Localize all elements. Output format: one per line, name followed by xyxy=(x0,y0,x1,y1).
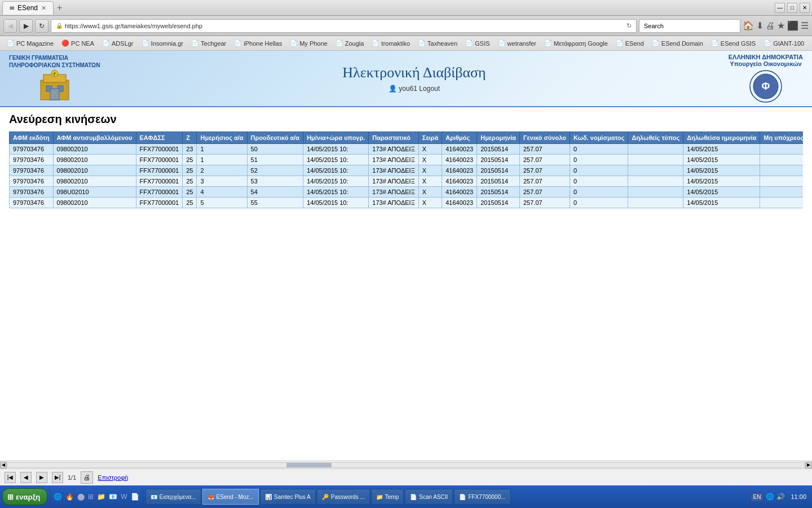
sync-icon[interactable]: ⬛ xyxy=(787,20,798,31)
bookmark-taxheaven[interactable]: 📄 Taxheaven xyxy=(414,38,461,48)
taskbar-icon3[interactable]: 📄 xyxy=(131,493,139,501)
forward-button[interactable]: ▶ xyxy=(19,19,33,33)
table-cell: 979703476 xyxy=(10,187,54,198)
bookmark-icon: 🔴 xyxy=(61,40,69,47)
taskbar-icon1[interactable]: 📁 xyxy=(97,493,105,501)
taskbar-item-samtec[interactable]: 📊 Samtec Plus A xyxy=(260,489,316,505)
bookmark-pcmagazine[interactable]: 📄 PC Magazine xyxy=(3,38,57,48)
bookmark-myphone[interactable]: 📄 My Phone xyxy=(286,38,331,48)
page-main-title: Ηλεκτρονική Διαβίβαση xyxy=(100,64,728,81)
minimize-button[interactable]: — xyxy=(775,3,785,13)
col-hmerision: Ημερήσιος α/α xyxy=(197,132,247,144)
table-cell: 41640023 xyxy=(442,165,477,176)
taskbar-word-icon[interactable]: W xyxy=(121,493,127,501)
table-cell: 257.07 xyxy=(520,187,570,198)
table-cell: 3 xyxy=(197,176,247,187)
address-bar-right: ↻ xyxy=(622,22,632,29)
bookmark-esend-gsis[interactable]: 📄 ESend GSIS xyxy=(708,38,759,48)
prev-page-button[interactable]: ◀ xyxy=(20,472,32,483)
last-page-button[interactable]: ▶| xyxy=(52,472,63,483)
refresh-icon[interactable]: ↻ xyxy=(626,22,632,29)
bookmark-giant[interactable]: 📄 GIANT-100 xyxy=(760,38,807,48)
taskbar-icon2[interactable]: 📧 xyxy=(109,493,117,501)
taskbar-separator-2 xyxy=(143,489,143,505)
print-page-icon[interactable]: 🖨 xyxy=(81,471,93,484)
bookmark-insomnia[interactable]: 📄 Insomnia.gr xyxy=(138,38,187,48)
table-cell xyxy=(760,176,803,187)
bookmark-iphone[interactable]: 📄 iPhone Hellas xyxy=(231,38,285,48)
reload-button[interactable]: ↻ xyxy=(35,19,48,33)
table-cell: 979703476 xyxy=(10,165,54,176)
back-button[interactable]: ◀ xyxy=(3,19,17,33)
close-window-button[interactable]: ✕ xyxy=(800,3,810,13)
bookmarks-bar: 📄 PC Magazine 🔴 PC NEA 📄 ADSLgr 📄 Insomn… xyxy=(0,36,812,51)
taskbar-windows-icon[interactable]: ⊞ xyxy=(88,493,94,501)
header-user-info[interactable]: 👤 you61 Logout xyxy=(100,85,728,93)
menu-icon[interactable]: ☰ xyxy=(801,20,809,31)
table-cell: 14/05/2015 xyxy=(683,165,760,176)
table-cell xyxy=(628,176,683,187)
bookmark-ellix[interactable]: 📄 ELLIX xyxy=(809,38,812,48)
table-container: ΑΦΜ εκδότη ΑΦΜ αντισυμβαλλόμενου ΕΑΦΔΣΣ … xyxy=(9,132,803,208)
bookmarks-star-icon[interactable]: ★ xyxy=(777,20,785,31)
bookmark-esend-domain[interactable]: 📄 ESend Domain xyxy=(648,38,707,48)
bookmark-esend[interactable]: 📄 ESend xyxy=(612,38,647,48)
scroll-track[interactable] xyxy=(7,462,805,468)
table-cell: 4 xyxy=(197,187,247,198)
browser-tab[interactable]: ✉ ESend ✕ xyxy=(2,1,54,15)
home-icon[interactable]: 🏠 xyxy=(743,20,754,31)
return-link[interactable]: Επιστροφή xyxy=(98,474,128,481)
taskbar-item-ffx[interactable]: 📄 FFX7700000... xyxy=(454,489,510,505)
bookmark-techgear[interactable]: 📄 Techgear xyxy=(188,38,230,48)
table-cell: FFX77000001 xyxy=(136,187,183,198)
horizontal-scrollbar[interactable]: ◀ ▶ xyxy=(0,461,812,468)
bookmark-gsis[interactable]: 📄 GSIS xyxy=(462,38,493,48)
table-cell: 098002010 xyxy=(53,155,136,165)
bookmark-tromaktiko[interactable]: 📄 tromaktiko xyxy=(368,38,413,48)
table-cell: Χ xyxy=(418,187,442,198)
table-cell: 14/05/2015 10: xyxy=(303,187,369,198)
col-eafdss: ΕΑΦΔΣΣ xyxy=(136,132,183,144)
start-label: εναρξη xyxy=(16,493,40,501)
next-page-button[interactable]: ▶ xyxy=(36,472,47,483)
taskbar-ie-icon[interactable]: 🌐 xyxy=(54,493,62,501)
search-input[interactable] xyxy=(639,19,740,33)
table-cell: 173# ΑΠΟΔΕΙΞ xyxy=(369,144,418,155)
scroll-thumb[interactable] xyxy=(286,463,332,467)
download-icon[interactable]: ⬇ xyxy=(756,20,764,31)
start-button[interactable]: ⊞ εναρξη xyxy=(2,488,47,505)
address-input[interactable]: 🔒 https://www1.gsis.gr/tameiakes/myweb/e… xyxy=(51,19,637,33)
col-z: Ζ xyxy=(183,132,197,144)
bookmark-zougla[interactable]: 📄 Zougla xyxy=(332,38,368,48)
taskbar-item-esend-moz[interactable]: 🦊 ESend - Moz... xyxy=(202,489,259,505)
bookmark-pcnea[interactable]: 🔴 PC NEA xyxy=(58,38,98,48)
table-cell: 098002010 xyxy=(53,165,136,176)
print-icon[interactable]: 🖨 xyxy=(766,21,775,31)
col-afm-ekdoti: ΑΦΜ εκδότη xyxy=(10,132,54,144)
table-cell: 0 xyxy=(570,198,628,208)
taskbar-item-icon: 📄 xyxy=(410,494,417,500)
taskbar-item-temp[interactable]: 📁 Temp xyxy=(371,489,404,505)
new-tab-button[interactable]: + xyxy=(54,3,65,13)
taskbar-flame-icon[interactable]: 🔥 xyxy=(65,493,74,501)
taskbar-item-passwords[interactable]: 🔑 Passwords ... xyxy=(317,489,370,505)
taskbar-chrome-icon[interactable]: ⬤ xyxy=(77,493,85,501)
bookmark-adslgr[interactable]: 📄 ADSLgr xyxy=(99,38,137,48)
scroll-right-button[interactable]: ▶ xyxy=(805,462,812,468)
bookmark-icon: 📄 xyxy=(498,40,506,47)
bookmark-google-translate[interactable]: 📄 Μετάφραση Google xyxy=(541,38,611,48)
tab-close-button[interactable]: ✕ xyxy=(41,5,46,12)
taskbar-right: EN 🌐 🔊 11:00 xyxy=(751,492,810,502)
scroll-left-button[interactable]: ◀ xyxy=(0,462,7,468)
language-indicator[interactable]: EN xyxy=(751,492,764,502)
taskbar-volume-icon[interactable]: 🔊 xyxy=(776,493,785,501)
bookmark-wetransfer[interactable]: 📄 wetransfer xyxy=(495,38,540,48)
taskbar-item-eiserhomena[interactable]: 📧 Εισερχόμενα... xyxy=(145,489,201,505)
table-cell: Χ xyxy=(418,165,442,176)
first-page-button[interactable]: |◀ xyxy=(5,472,16,483)
col-dilotheis: Δηλωθείς τύπος xyxy=(628,132,683,144)
bookmark-icon: 📄 xyxy=(372,40,379,47)
table-cell: 14/05/2015 10: xyxy=(303,144,369,155)
taskbar-item-scanascii[interactable]: 📄 Scan ASCII xyxy=(405,489,453,505)
maximize-button[interactable]: □ xyxy=(787,3,797,13)
